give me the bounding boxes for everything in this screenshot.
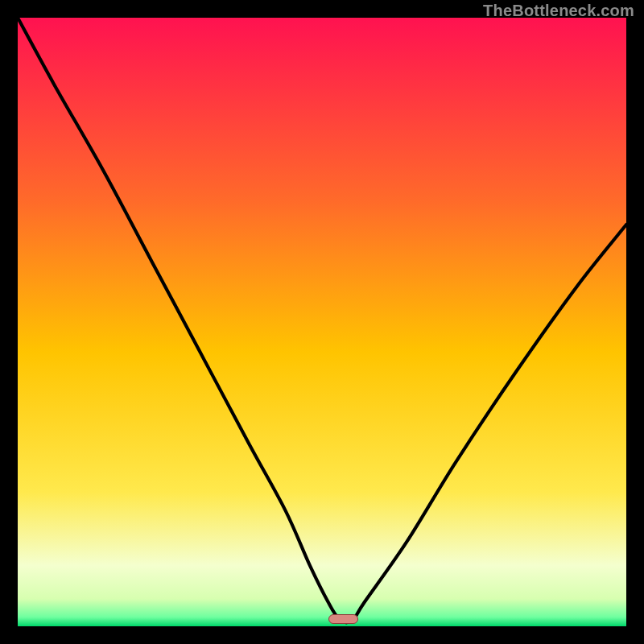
optimal-range-marker — [328, 614, 359, 624]
watermark-text: TheBottleneck.com — [483, 2, 634, 20]
chart-frame: TheBottleneck.com — [0, 0, 644, 644]
plot-area — [18, 18, 626, 626]
bottleneck-curve — [18, 18, 626, 626]
